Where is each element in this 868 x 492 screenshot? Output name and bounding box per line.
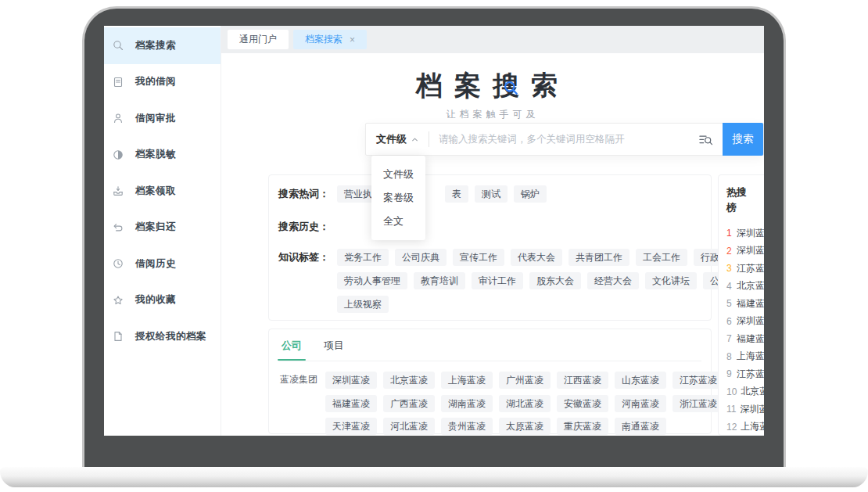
rank-number: 1	[726, 228, 733, 239]
close-icon[interactable]: ×	[350, 35, 355, 45]
hot-rank-item[interactable]: 7福建蓝凌	[726, 330, 764, 348]
company-tag[interactable]: 北京蓝凌	[383, 372, 435, 389]
sidebar: 档案搜索我的借阅借阅审批档案脱敏档案领取档案归还借阅历史我的收藏授权给我的档案	[104, 26, 221, 436]
rank-number: 9	[726, 368, 733, 379]
hot-rank-item[interactable]: 8上海蓝凌	[726, 348, 764, 366]
hot-rank-item[interactable]: 9江苏蓝凌	[726, 365, 764, 383]
favorites-icon	[112, 294, 124, 306]
sidebar-item-receive[interactable]: 档案领取	[104, 173, 221, 210]
hot-rank-label: 上海蓝凌	[737, 350, 764, 363]
sidebar-item-favorites[interactable]: 我的收藏	[104, 282, 221, 319]
knowledge-tag[interactable]: 教育培训	[414, 272, 465, 289]
company-tag[interactable]: 广州蓝凌	[499, 372, 551, 389]
knowledge-tag[interactable]: 党务工作	[337, 249, 389, 266]
search-button[interactable]: 搜索	[723, 123, 763, 156]
rank-number: 5	[726, 298, 733, 309]
hot-rank-label: 江苏蓝凌	[737, 262, 764, 275]
hot-word-tag[interactable]: 锅炉	[514, 185, 547, 203]
sidebar-item-label: 档案归还	[135, 221, 176, 234]
hot-ranking-panel: 热搜榜 1深圳蓝凌2深圳蓝凌3江苏蓝凌4北京蓝凌5福建蓝凌6深圳蓝凌7福建蓝凌8…	[718, 174, 764, 436]
search-input[interactable]	[429, 134, 699, 145]
company-tag[interactable]: 江西蓝凌	[557, 372, 608, 389]
tab-archive-search[interactable]: 档案搜索 ×	[293, 30, 367, 49]
tab-label: 通用门户	[239, 33, 277, 46]
knowledge-tag[interactable]: 劳动人事管理	[337, 272, 407, 289]
knowledge-tag[interactable]: 工会工作	[636, 249, 687, 266]
knowledge-tag[interactable]: 上级视察	[337, 296, 389, 313]
hot-words-tags: 营业执照表测试锅炉	[337, 185, 547, 203]
rank-number: 10	[726, 386, 737, 397]
scope-option[interactable]: 文件级	[371, 163, 425, 186]
company-tag[interactable]: 江苏蓝凌	[673, 372, 724, 389]
hot-rank-item[interactable]: 5福建蓝凌	[726, 295, 764, 313]
company-group-label[interactable]: 蓝凌集团	[278, 370, 319, 390]
sidebar-item-approval[interactable]: 借阅审批	[104, 100, 221, 137]
sidebar-item-borrow[interactable]: 我的借阅	[104, 64, 221, 101]
knowledge-tag[interactable]: 宣传工作	[453, 249, 504, 266]
scope-option[interactable]: 案卷级	[371, 186, 425, 210]
knowledge-tag[interactable]: 共青团工作	[569, 249, 629, 266]
company-tag[interactable]: 重庆蓝凌	[557, 418, 608, 435]
company-tag[interactable]: 湖南蓝凌	[441, 395, 493, 412]
receive-icon	[112, 185, 124, 197]
advanced-search-icon[interactable]	[699, 134, 713, 145]
company-tag[interactable]: 贵州蓝凌	[441, 418, 493, 435]
search-icon	[112, 40, 124, 52]
company-tag[interactable]: 河南蓝凌	[615, 395, 666, 412]
knowledge-tag[interactable]: 审计工作	[472, 272, 523, 289]
page: 档案搜索我的借阅借阅审批档案脱敏档案领取档案归还借阅历史我的收藏授权给我的档案 …	[0, 0, 868, 492]
hot-rank-item[interactable]: 10北京蓝凌	[726, 383, 764, 401]
company-tag[interactable]: 福建蓝凌	[325, 395, 377, 412]
tab-general-portal[interactable]: 通用门户	[228, 30, 289, 49]
magnifier-icon	[504, 81, 518, 95]
company-tag[interactable]: 太原蓝凌	[499, 418, 551, 435]
sidebar-item-return[interactable]: 档案归还	[104, 210, 221, 246]
hot-rank-item[interactable]: 6深圳蓝凌	[726, 313, 764, 331]
knowledge-tag[interactable]: 代表大会	[511, 249, 562, 266]
page-title: 档案搜索	[416, 68, 569, 104]
company-tag[interactable]: 深圳蓝凌	[325, 372, 377, 389]
company-tag[interactable]: 广西蓝凌	[383, 395, 435, 412]
scope-option[interactable]: 全文	[371, 210, 425, 233]
knowledge-tags-label: 知识标签：	[278, 249, 329, 266]
scope-selector[interactable]: 文件级	[366, 132, 429, 146]
sidebar-item-label: 我的借阅	[135, 75, 176, 88]
org-tab-company[interactable]: 公司	[282, 339, 302, 361]
knowledge-tags: 党务工作公司庆典宣传工作代表大会共青团工作工会工作行政事务劳动人事管理教育培训审…	[337, 249, 755, 313]
sidebar-item-label: 档案搜索	[135, 39, 176, 52]
knowledge-tag[interactable]: 股东大会	[529, 272, 581, 289]
sidebar-item-label: 借阅历史	[135, 257, 176, 271]
hot-rank-label: 上海蓝凌	[741, 420, 764, 433]
hot-rank-item[interactable]: 2深圳蓝凌	[726, 242, 764, 260]
company-tag[interactable]: 南通蓝凌	[615, 418, 666, 435]
company-tag[interactable]: 上海蓝凌	[441, 372, 493, 389]
sidebar-item-search[interactable]: 档案搜索	[104, 27, 221, 64]
company-tag[interactable]: 天津蓝凌	[325, 418, 377, 435]
hot-rank-item[interactable]: 4北京蓝凌	[726, 278, 764, 296]
company-tag[interactable]: 河北蓝凌	[383, 418, 435, 435]
company-tag[interactable]: 浙江蓝凌	[673, 395, 724, 412]
sidebar-item-desensitize[interactable]: 档案脱敏	[104, 137, 221, 174]
sidebar-item-authorized[interactable]: 授权给我的档案	[104, 318, 221, 355]
hot-rank-item[interactable]: 11深圳蓝凌	[726, 400, 764, 418]
scope-dropdown: 文件级案卷级全文	[371, 156, 425, 240]
search-history-row: 搜索历史：	[278, 219, 701, 234]
hot-rank-item[interactable]: 3江苏蓝凌	[726, 260, 764, 278]
knowledge-tag[interactable]: 公司庆典	[395, 249, 447, 266]
sidebar-item-label: 授权给我的档案	[135, 330, 206, 343]
sidebar-item-history[interactable]: 借阅历史	[104, 246, 221, 282]
hot-rank-item[interactable]: 12上海蓝凌	[726, 418, 764, 436]
org-tab-project[interactable]: 项目	[324, 339, 344, 361]
history-icon	[112, 258, 124, 270]
hot-word-tag[interactable]: 表	[445, 185, 468, 203]
sidebar-item-label: 档案领取	[135, 185, 176, 198]
hot-word-tag[interactable]: 测试	[475, 185, 508, 203]
knowledge-tag[interactable]: 经营大会	[587, 272, 639, 289]
company-row: 福建蓝凌广西蓝凌湖南蓝凌湖北蓝凌安徽蓝凌河南蓝凌浙江蓝凌	[325, 395, 701, 412]
knowledge-tag[interactable]: 文化讲坛	[645, 272, 697, 289]
company-tag[interactable]: 山东蓝凌	[615, 372, 666, 389]
search-helpers-card: 搜索热词： 营业执照表测试锅炉 搜索历史： 知识标签： 党务工作公司庆典宣传工作…	[268, 174, 712, 321]
hot-rank-item[interactable]: 1深圳蓝凌	[726, 224, 764, 242]
company-tag[interactable]: 湖北蓝凌	[499, 395, 551, 412]
company-tag[interactable]: 安徽蓝凌	[557, 395, 608, 412]
